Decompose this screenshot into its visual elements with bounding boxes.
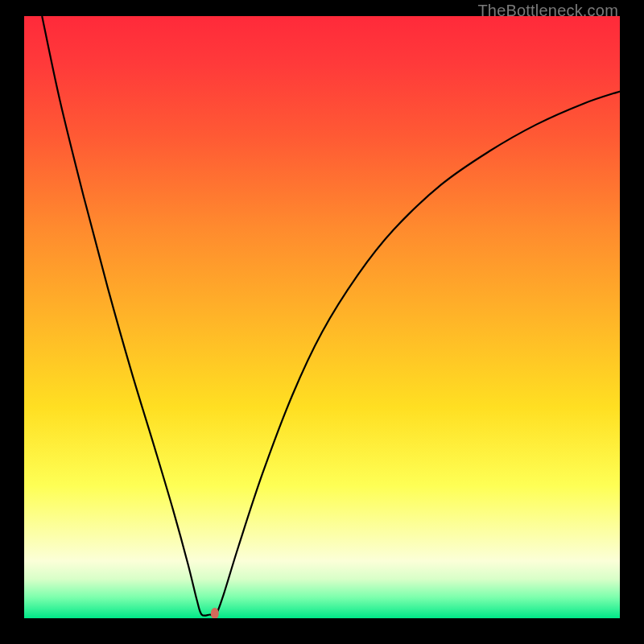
chart-background bbox=[24, 16, 620, 618]
chart-frame bbox=[24, 16, 620, 618]
chart-svg bbox=[24, 16, 620, 618]
